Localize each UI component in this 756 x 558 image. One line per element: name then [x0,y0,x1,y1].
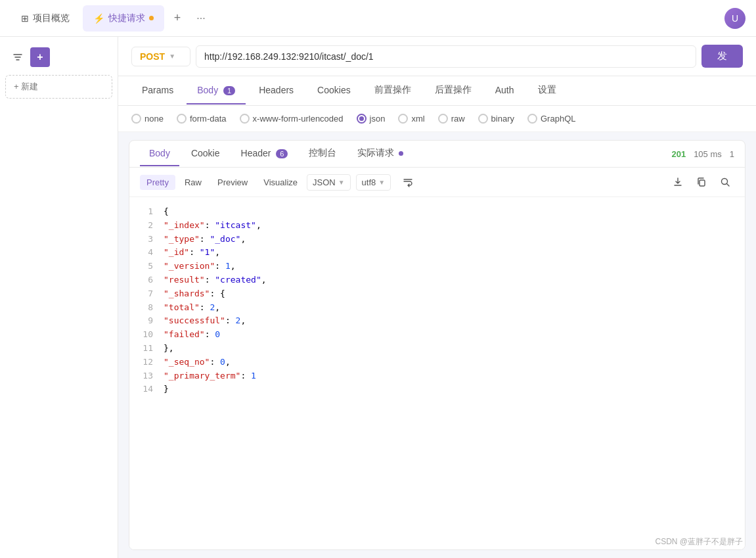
resp-format-bar: Pretty Raw Preview Visualize JSON ▼ utf8 [129,168,745,197]
response-tabs-header: Body Cookie Header 6 控制台 实际请求 201 [129,141,745,168]
radio-xml-label: xml [411,114,424,124]
resp-actual-label: 实际请求 [357,147,394,158]
tab-auth[interactable]: Auth [485,77,525,105]
tab-params[interactable]: Params [131,77,184,105]
radio-circle-form-data [177,114,187,124]
request-tabs: Params Body 1 Headers Cookies 前置操作 后置操作 … [118,76,756,106]
tab-pre-actions[interactable]: 前置操作 [364,76,422,105]
radio-json[interactable]: json [357,114,386,124]
encoding-select-label: utf8 [362,177,376,187]
resp-actual-dot [399,151,403,156]
fmt-preview-label: Preview [217,177,248,187]
resp-tab-console[interactable]: 控制台 [300,141,345,167]
download-icon [673,177,683,187]
tab-settings[interactable]: 设置 [527,76,567,105]
resp-tab-header[interactable]: Header 6 [232,141,298,166]
line-number: 11 [140,342,153,356]
radio-binary[interactable]: binary [478,114,514,124]
add-tab-button[interactable]: + [167,8,188,29]
line-content: "_id": "1", [164,246,734,260]
resp-status-info: 201 105 ms 1 [671,149,734,159]
tab-body-label: Body [197,85,218,95]
radio-urlencoded[interactable]: x-www-form-urlencoded [240,114,344,124]
copy-icon [696,177,707,187]
line-number: 7 [140,287,153,301]
line-number: 5 [140,260,153,273]
url-input[interactable] [196,45,696,68]
radio-form-data-label: form-data [190,114,227,124]
tab-settings-label: 设置 [538,84,556,95]
table-row: 1{ [140,205,734,219]
line-content: "_shards": { [164,287,734,301]
resp-time: 105 ms [694,149,722,159]
line-number: 1 [140,205,153,219]
download-button[interactable] [669,173,687,191]
sidebar-tools: + [5,45,112,70]
radio-json-label: json [370,114,386,124]
top-nav: ⊞ 项目概览 ⚡ 快捷请求 + ··· U [0,0,756,37]
table-row: 3 "_type": "_doc", [140,233,734,246]
tab-post-actions-label: 后置操作 [435,84,472,95]
fmt-tab-visualize[interactable]: Visualize [257,175,304,190]
tab-headers[interactable]: Headers [248,77,304,105]
resp-size: 1 [730,149,734,159]
radio-none[interactable]: none [131,114,164,124]
radio-raw[interactable]: raw [438,114,465,124]
watermark: CSDN @蓝胖子不是胖子 [655,536,743,547]
radio-none-label: none [145,114,164,124]
new-request-button[interactable]: + 新建 [5,75,112,99]
line-content: }, [164,342,734,356]
line-content: "failed": 0 [164,328,734,342]
line-number: 4 [140,246,153,260]
line-content: "_index": "itcast", [164,219,734,233]
lightning-icon: ⚡ [93,13,104,24]
copy-button[interactable] [692,173,711,191]
method-select[interactable]: POST ▼ [131,47,190,66]
project-overview-tab[interactable]: ⊞ 项目概览 [11,5,80,32]
tab-cookies[interactable]: Cookies [307,77,361,105]
tab-body[interactable]: Body 1 [187,77,246,105]
format-select[interactable]: JSON ▼ [307,174,351,191]
fmt-tab-pretty[interactable]: Pretty [140,175,175,190]
resp-tab-actual[interactable]: 实际请求 [348,141,412,167]
resp-body-label: Body [149,148,170,158]
table-row: 2 "_index": "itcast", [140,219,734,233]
tab-post-actions[interactable]: 后置操作 [424,76,482,105]
sidebar-add-button[interactable]: + [30,47,50,67]
radio-circle-xml [398,114,408,124]
table-row: 8 "total": 2, [140,301,734,315]
radio-xml[interactable]: xml [398,114,424,124]
resp-status-code: 201 [671,149,686,159]
radio-circle-urlencoded [240,114,250,124]
line-number: 9 [140,314,153,328]
table-row: 7 "_shards": { [140,287,734,301]
table-row: 14} [140,383,734,396]
more-tabs-button[interactable]: ··· [190,8,211,29]
content-area: POST ▼ 发 Params Body 1 Headers Cookies 前… [118,37,756,558]
body-badge: 1 [223,86,235,95]
table-row: 13 "_primary_term": 1 [140,369,734,383]
radio-circle-graphql [527,114,537,124]
unsaved-dot [149,16,154,20]
filter-icon [12,52,23,62]
line-number: 14 [140,383,153,396]
radio-form-data[interactable]: form-data [177,114,227,124]
quick-request-tab[interactable]: ⚡ 快捷请求 [83,5,164,32]
line-content: { [164,205,734,219]
radio-raw-label: raw [451,114,465,124]
fmt-raw-label: Raw [185,177,202,187]
format-action-buttons [669,173,734,191]
search-button[interactable] [716,173,734,191]
send-button[interactable]: 发 [701,45,743,68]
encoding-select[interactable]: utf8 ▼ [356,174,391,191]
table-row: 12 "_seq_no": 0, [140,356,734,369]
resp-tab-body[interactable]: Body [140,141,179,166]
avatar[interactable]: U [724,8,745,29]
fmt-tab-preview[interactable]: Preview [211,175,254,190]
radio-graphql[interactable]: GraphQL [527,114,575,124]
resp-tab-cookie[interactable]: Cookie [182,141,229,166]
fmt-tab-raw[interactable]: Raw [178,175,208,190]
filter-button[interactable] [8,47,28,67]
word-wrap-button[interactable] [399,173,417,191]
table-row: 5 "_version": 1, [140,260,734,273]
